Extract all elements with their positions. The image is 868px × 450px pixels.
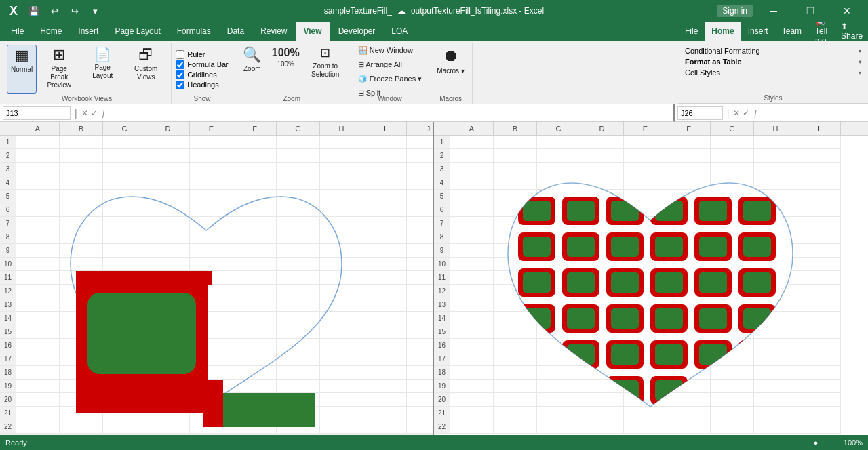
left-cell-19-3[interactable] bbox=[146, 380, 190, 393]
left-cell-9-4[interactable] bbox=[190, 244, 233, 258]
right-cell-1-8[interactable] bbox=[797, 136, 841, 149]
right-cell-20-0[interactable] bbox=[450, 393, 494, 407]
col-header-f[interactable]: F bbox=[233, 122, 277, 135]
col-header-h[interactable]: H bbox=[320, 122, 363, 135]
left-cell-4-4[interactable] bbox=[190, 176, 233, 190]
page-layout-button[interactable]: 📄 Page Layout bbox=[81, 45, 123, 94]
right-cell-10-8[interactable] bbox=[797, 258, 841, 271]
left-row-num-11[interactable]: 11 bbox=[0, 271, 16, 285]
left-cell-1-2[interactable] bbox=[103, 136, 146, 149]
right-cell-7-2[interactable] bbox=[537, 217, 580, 230]
left-cell-8-4[interactable] bbox=[190, 230, 233, 244]
left-cell-15-8[interactable] bbox=[363, 325, 407, 339]
left-cell-19-5[interactable] bbox=[233, 380, 277, 393]
right-cell-7-7[interactable] bbox=[754, 217, 797, 230]
headings-input[interactable] bbox=[176, 81, 184, 89]
right-cell-22-4[interactable] bbox=[624, 420, 667, 434]
right-cell-9-6[interactable] bbox=[711, 244, 754, 258]
left-cell-16-8[interactable] bbox=[363, 339, 407, 352]
left-cell-19-6[interactable] bbox=[277, 380, 320, 393]
left-row-num-5[interactable]: 5 bbox=[0, 190, 16, 203]
left-cell-14-2[interactable] bbox=[103, 312, 146, 325]
right-cell-22-7[interactable] bbox=[754, 420, 797, 434]
right-cell-19-6[interactable] bbox=[711, 380, 754, 393]
left-cell-12-2[interactable] bbox=[103, 285, 146, 298]
left-cell-10-8[interactable] bbox=[363, 258, 407, 271]
right-cell-15-7[interactable] bbox=[754, 325, 797, 339]
right-cell-18-8[interactable] bbox=[797, 366, 841, 380]
tab-team-right[interactable]: Team bbox=[775, 22, 808, 41]
tab-tellme-right[interactable]: 📢 Tell me bbox=[808, 22, 834, 41]
right-cell-19-3[interactable] bbox=[580, 380, 624, 393]
right-cell-7-8[interactable] bbox=[797, 217, 841, 230]
right-cell-12-5[interactable] bbox=[667, 285, 711, 298]
col-header-a[interactable]: A bbox=[16, 122, 60, 135]
right-row-num-4[interactable]: 4 bbox=[434, 176, 450, 190]
right-cell-15-5[interactable] bbox=[667, 325, 711, 339]
right-cell-21-3[interactable] bbox=[580, 407, 624, 420]
left-cell-21-9[interactable] bbox=[407, 407, 433, 420]
left-cell-4-8[interactable] bbox=[363, 176, 407, 190]
right-cell-4-2[interactable] bbox=[537, 176, 580, 190]
left-cell-15-6[interactable] bbox=[277, 325, 320, 339]
right-cell-12-2[interactable] bbox=[537, 285, 580, 298]
left-cell-20-0[interactable] bbox=[16, 393, 60, 407]
left-cell-6-5[interactable] bbox=[233, 203, 277, 217]
right-cell-9-8[interactable] bbox=[797, 244, 841, 258]
left-cell-11-7[interactable] bbox=[320, 271, 363, 285]
left-row-num-1[interactable]: 1 bbox=[0, 136, 16, 149]
gridlines-input[interactable] bbox=[176, 70, 184, 79]
right-cell-1-1[interactable] bbox=[494, 136, 537, 149]
right-cell-18-4[interactable] bbox=[624, 366, 667, 380]
left-cell-1-7[interactable] bbox=[320, 136, 363, 149]
right-cell-22-0[interactable] bbox=[450, 420, 494, 434]
right-row-num-1[interactable]: 1 bbox=[434, 136, 450, 149]
right-cell-6-8[interactable] bbox=[797, 203, 841, 217]
right-cell-8-4[interactable] bbox=[624, 230, 667, 244]
right-cell-11-1[interactable] bbox=[494, 271, 537, 285]
left-cell-5-0[interactable] bbox=[16, 190, 60, 203]
right-cell-17-4[interactable] bbox=[624, 352, 667, 366]
left-cell-18-3[interactable] bbox=[146, 366, 190, 380]
left-cell-4-0[interactable] bbox=[16, 176, 60, 190]
right-cancel-icon[interactable]: ✕ bbox=[733, 108, 740, 118]
left-cell-1-9[interactable] bbox=[407, 136, 433, 149]
left-cell-19-0[interactable] bbox=[16, 380, 60, 393]
right-cell-6-6[interactable] bbox=[711, 203, 754, 217]
new-window-button[interactable]: 🪟 New Window bbox=[355, 45, 416, 56]
right-cell-17-8[interactable] bbox=[797, 352, 841, 366]
right-col-header-i[interactable]: I bbox=[797, 122, 841, 135]
right-cell-13-8[interactable] bbox=[797, 298, 841, 312]
left-cell-4-7[interactable] bbox=[320, 176, 363, 190]
right-cell-11-8[interactable] bbox=[797, 271, 841, 285]
right-cell-3-8[interactable] bbox=[797, 163, 841, 176]
left-cell-13-9[interactable] bbox=[407, 298, 433, 312]
left-cell-15-7[interactable] bbox=[320, 325, 363, 339]
col-header-d[interactable]: D bbox=[146, 122, 190, 135]
right-cell-7-3[interactable] bbox=[580, 217, 624, 230]
left-cell-20-5[interactable] bbox=[233, 393, 277, 407]
left-cell-3-9[interactable] bbox=[407, 163, 433, 176]
left-cell-14-8[interactable] bbox=[363, 312, 407, 325]
left-cell-12-4[interactable] bbox=[190, 285, 233, 298]
left-cell-9-1[interactable] bbox=[60, 244, 103, 258]
left-cell-16-6[interactable] bbox=[277, 339, 320, 352]
left-cell-18-0[interactable] bbox=[16, 366, 60, 380]
right-cell-4-6[interactable] bbox=[711, 176, 754, 190]
right-cell-12-0[interactable] bbox=[450, 285, 494, 298]
right-cell-18-3[interactable] bbox=[580, 366, 624, 380]
right-cell-2-0[interactable] bbox=[450, 149, 494, 163]
100pct-button[interactable]: 100% 100% bbox=[269, 45, 303, 94]
right-row-num-19[interactable]: 19 bbox=[434, 380, 450, 393]
right-cell-10-6[interactable] bbox=[711, 258, 754, 271]
tab-developer-left[interactable]: Developer bbox=[330, 22, 384, 41]
left-row-num-22[interactable]: 22 bbox=[0, 420, 16, 434]
right-cell-16-3[interactable] bbox=[580, 339, 624, 352]
left-cell-6-0[interactable] bbox=[16, 203, 60, 217]
right-cell-15-3[interactable] bbox=[580, 325, 624, 339]
left-cell-8-9[interactable] bbox=[407, 230, 433, 244]
right-cell-15-1[interactable] bbox=[494, 325, 537, 339]
left-cell-21-6[interactable] bbox=[277, 407, 320, 420]
right-cell-11-5[interactable] bbox=[667, 271, 711, 285]
right-cell-5-4[interactable] bbox=[624, 190, 667, 203]
